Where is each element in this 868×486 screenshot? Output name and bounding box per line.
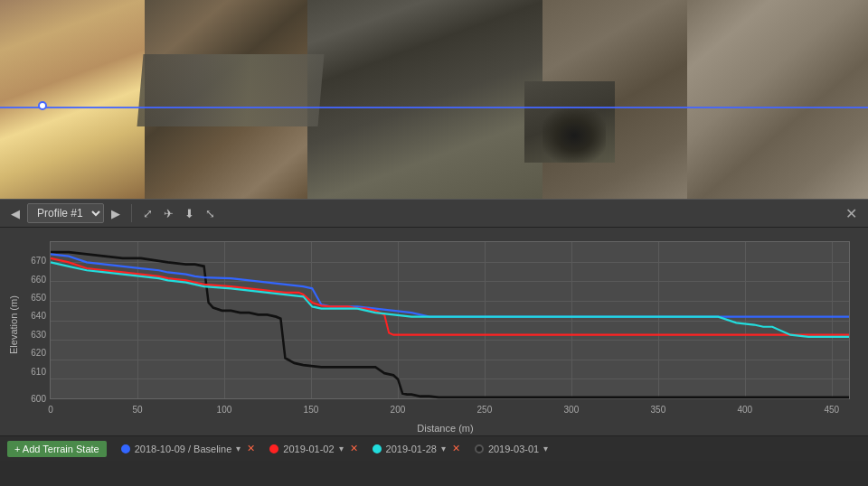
tick-y-650: 650 [31,293,46,303]
legend-item-jan02: 2019-01-02 ▾ ✕ [269,443,357,454]
export-icon[interactable]: ⬇ [181,205,198,222]
legend-arrow-mar01[interactable]: ▾ [543,444,548,453]
line-mar01 [51,252,849,397]
legend-close-jan02[interactable]: ✕ [350,443,358,454]
legend-dot-baseline [121,444,130,453]
y-axis-label: Elevation (m) [8,309,19,354]
prev-profile-button[interactable]: ◀ [7,205,24,222]
tick-x-50: 50 [132,405,142,415]
resize-icon[interactable]: ⤡ [202,205,219,222]
chart-inner: 600 610 620 630 640 650 660 670 0 50 100… [50,241,850,399]
tick-x-150: 150 [304,405,319,415]
chart-area: Elevation (m) 600 610 620 630 640 650 66… [0,228,868,435]
tick-y-620: 620 [31,348,46,358]
tick-x-200: 200 [391,405,406,415]
tick-y-660: 660 [31,274,46,284]
line-jan02 [51,258,849,335]
tick-x-300: 300 [564,405,580,415]
tick-x-0: 0 [48,405,53,415]
legend-label-baseline: 2018-10-09 / Baseline [135,444,232,454]
legend-item-baseline: 2018-10-09 / Baseline ▾ ✕ [121,443,256,454]
tick-y-630: 630 [31,329,46,339]
legend-arrow-jan28[interactable]: ▾ [441,444,446,453]
profile-line [0,107,868,108]
close-button[interactable]: ✕ [842,205,861,222]
legend-dot-jan28 [373,444,382,453]
legend-dot-jan02 [269,444,278,453]
legend-close-jan28[interactable]: ✕ [452,443,460,454]
tick-y-640: 640 [31,311,46,321]
tick-y-610: 610 [31,366,46,376]
add-terrain-button[interactable]: + Add Terrain State [7,441,107,457]
legend-bar: + Add Terrain State 2018-10-09 / Baselin… [0,435,868,461]
legend-dot-mar01 [475,444,484,453]
profile-line-dot [38,101,47,110]
separator [131,204,132,222]
aerial-view [0,0,868,199]
tick-x-350: 350 [651,405,666,415]
legend-arrow-baseline[interactable]: ▾ [236,444,241,453]
tick-x-250: 250 [477,405,493,415]
legend-label-mar01: 2019-03-01 [488,444,539,454]
chart-svg [51,242,849,398]
legend-close-baseline[interactable]: ✕ [247,443,255,454]
tick-y-600: 600 [31,394,46,404]
expand-icon[interactable]: ⤢ [139,205,156,222]
x-axis-label: Distance (m) [417,423,473,434]
legend-item-jan28: 2019-01-28 ▾ ✕ [373,443,460,454]
profile-dropdown[interactable]: Profile #1 [27,203,104,223]
next-profile-button[interactable]: ▶ [108,205,124,222]
tick-x-450: 450 [824,405,839,415]
legend-label-jan02: 2019-01-02 [283,444,334,454]
legend-label-jan28: 2019-01-28 [386,444,437,454]
legend-arrow-jan02[interactable]: ▾ [339,444,344,453]
tick-y-670: 670 [31,256,46,266]
legend-item-mar01: 2019-03-01 ▾ [475,444,548,454]
fly-icon[interactable]: ✈ [160,205,177,222]
tick-x-400: 400 [738,405,753,415]
tick-x-100: 100 [217,405,232,415]
toolbar: ◀ Profile #1 ▶ ⤢ ✈ ⬇ ⤡ ✕ [0,199,868,228]
